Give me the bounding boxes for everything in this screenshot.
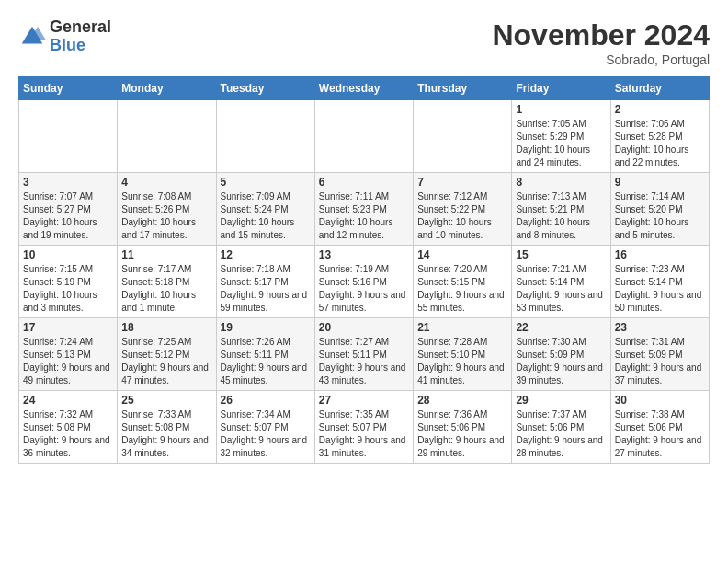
day-number: 8 — [516, 176, 606, 189]
day-number: 12 — [221, 248, 311, 261]
day-number: 9 — [615, 176, 705, 189]
day-info: Sunrise: 7:24 AMSunset: 5:13 PMDaylight:… — [23, 336, 113, 387]
day-number: 28 — [417, 394, 507, 407]
day-number: 19 — [221, 321, 311, 334]
calendar-cell: 10Sunrise: 7:15 AMSunset: 5:19 PMDayligh… — [19, 246, 118, 318]
weekday-header: Friday — [512, 77, 610, 100]
day-number: 3 — [23, 176, 113, 189]
day-number: 2 — [615, 103, 705, 116]
day-info: Sunrise: 7:09 AMSunset: 5:24 PMDaylight:… — [221, 190, 311, 242]
calendar-cell: 8Sunrise: 7:13 AMSunset: 5:21 PMDaylight… — [512, 173, 610, 246]
calendar-week-row: 10Sunrise: 7:15 AMSunset: 5:19 PMDayligh… — [19, 246, 710, 318]
day-number: 18 — [121, 321, 211, 334]
calendar-cell: 5Sunrise: 7:09 AMSunset: 5:24 PMDaylight… — [216, 173, 314, 246]
header: General Blue November 2024 Sobrado, Port… — [18, 18, 710, 67]
day-info: Sunrise: 7:15 AMSunset: 5:19 PMDaylight:… — [23, 263, 113, 315]
day-info: Sunrise: 7:20 AMSunset: 5:15 PMDaylight:… — [417, 263, 507, 315]
calendar-cell: 11Sunrise: 7:17 AMSunset: 5:18 PMDayligh… — [118, 246, 216, 318]
day-number: 15 — [516, 248, 606, 261]
month-title: November 2024 — [492, 18, 710, 52]
day-number: 4 — [121, 176, 211, 189]
logo: General Blue — [18, 18, 111, 55]
calendar-cell: 29Sunrise: 7:37 AMSunset: 5:06 PMDayligh… — [512, 391, 610, 464]
subtitle: Sobrado, Portugal — [492, 52, 710, 67]
calendar-cell: 3Sunrise: 7:07 AMSunset: 5:27 PMDaylight… — [19, 173, 118, 246]
day-number: 29 — [516, 394, 606, 407]
day-info: Sunrise: 7:38 AMSunset: 5:06 PMDaylight:… — [615, 408, 705, 460]
calendar-cell: 16Sunrise: 7:23 AMSunset: 5:14 PMDayligh… — [610, 246, 709, 318]
day-number: 5 — [221, 176, 311, 189]
calendar-cell: 22Sunrise: 7:30 AMSunset: 5:09 PMDayligh… — [512, 318, 610, 391]
day-number: 25 — [121, 394, 211, 407]
calendar-cell: 17Sunrise: 7:24 AMSunset: 5:13 PMDayligh… — [19, 318, 118, 391]
calendar-cell: 27Sunrise: 7:35 AMSunset: 5:07 PMDayligh… — [314, 391, 413, 464]
calendar-cell: 23Sunrise: 7:31 AMSunset: 5:09 PMDayligh… — [610, 318, 709, 391]
day-number: 27 — [319, 394, 409, 407]
calendar-cell: 18Sunrise: 7:25 AMSunset: 5:12 PMDayligh… — [118, 318, 216, 391]
day-info: Sunrise: 7:17 AMSunset: 5:18 PMDaylight:… — [121, 263, 211, 315]
calendar-cell: 25Sunrise: 7:33 AMSunset: 5:08 PMDayligh… — [118, 391, 216, 464]
calendar-cell: 20Sunrise: 7:27 AMSunset: 5:11 PMDayligh… — [314, 318, 413, 391]
calendar-cell — [19, 100, 118, 173]
logo-blue: Blue — [50, 37, 111, 55]
calendar-cell: 12Sunrise: 7:18 AMSunset: 5:17 PMDayligh… — [216, 246, 314, 318]
calendar-cell — [414, 100, 512, 173]
day-number: 20 — [319, 321, 409, 334]
day-number: 23 — [615, 321, 705, 334]
day-info: Sunrise: 7:18 AMSunset: 5:17 PMDaylight:… — [221, 263, 311, 315]
day-number: 6 — [319, 176, 409, 189]
day-info: Sunrise: 7:31 AMSunset: 5:09 PMDaylight:… — [615, 336, 705, 387]
weekday-header: Sunday — [19, 77, 118, 100]
day-number: 14 — [417, 248, 507, 261]
weekday-header: Tuesday — [216, 77, 314, 100]
day-info: Sunrise: 7:30 AMSunset: 5:09 PMDaylight:… — [516, 336, 606, 387]
calendar-week-row: 1Sunrise: 7:05 AMSunset: 5:29 PMDaylight… — [19, 100, 710, 173]
calendar-cell: 19Sunrise: 7:26 AMSunset: 5:11 PMDayligh… — [216, 318, 314, 391]
day-number: 17 — [23, 321, 113, 334]
weekday-header: Saturday — [610, 77, 709, 100]
day-info: Sunrise: 7:34 AMSunset: 5:07 PMDaylight:… — [221, 408, 311, 460]
calendar-cell — [216, 100, 314, 173]
calendar-cell: 6Sunrise: 7:11 AMSunset: 5:23 PMDaylight… — [314, 173, 413, 246]
day-number: 22 — [516, 321, 606, 334]
day-info: Sunrise: 7:06 AMSunset: 5:28 PMDaylight:… — [615, 118, 705, 169]
day-number: 10 — [23, 248, 113, 261]
calendar-cell: 30Sunrise: 7:38 AMSunset: 5:06 PMDayligh… — [610, 391, 709, 464]
weekday-header-row: SundayMondayTuesdayWednesdayThursdayFrid… — [19, 77, 710, 100]
calendar-cell: 15Sunrise: 7:21 AMSunset: 5:14 PMDayligh… — [512, 246, 610, 318]
day-info: Sunrise: 7:23 AMSunset: 5:14 PMDaylight:… — [615, 263, 705, 315]
day-info: Sunrise: 7:32 AMSunset: 5:08 PMDaylight:… — [23, 408, 113, 460]
day-number: 11 — [121, 248, 211, 261]
day-info: Sunrise: 7:11 AMSunset: 5:23 PMDaylight:… — [319, 190, 409, 242]
calendar-cell — [314, 100, 413, 173]
day-number: 13 — [319, 248, 409, 261]
title-area: November 2024 Sobrado, Portugal — [492, 18, 710, 67]
calendar-cell: 28Sunrise: 7:36 AMSunset: 5:06 PMDayligh… — [414, 391, 512, 464]
day-number: 21 — [417, 321, 507, 334]
weekday-header: Thursday — [414, 77, 512, 100]
day-info: Sunrise: 7:13 AMSunset: 5:21 PMDaylight:… — [516, 190, 606, 242]
day-info: Sunrise: 7:14 AMSunset: 5:20 PMDaylight:… — [615, 190, 705, 242]
day-info: Sunrise: 7:05 AMSunset: 5:29 PMDaylight:… — [516, 118, 606, 169]
calendar-cell: 21Sunrise: 7:28 AMSunset: 5:10 PMDayligh… — [414, 318, 512, 391]
calendar-cell: 26Sunrise: 7:34 AMSunset: 5:07 PMDayligh… — [216, 391, 314, 464]
calendar-cell: 9Sunrise: 7:14 AMSunset: 5:20 PMDaylight… — [610, 173, 709, 246]
calendar-cell: 13Sunrise: 7:19 AMSunset: 5:16 PMDayligh… — [314, 246, 413, 318]
day-info: Sunrise: 7:08 AMSunset: 5:26 PMDaylight:… — [121, 190, 211, 242]
day-number: 1 — [516, 103, 606, 116]
logo-text: General Blue — [50, 18, 111, 55]
day-info: Sunrise: 7:19 AMSunset: 5:16 PMDaylight:… — [319, 263, 409, 315]
calendar-week-row: 24Sunrise: 7:32 AMSunset: 5:08 PMDayligh… — [19, 391, 710, 464]
day-info: Sunrise: 7:25 AMSunset: 5:12 PMDaylight:… — [121, 336, 211, 387]
calendar-cell: 4Sunrise: 7:08 AMSunset: 5:26 PMDaylight… — [118, 173, 216, 246]
weekday-header: Wednesday — [314, 77, 413, 100]
calendar-week-row: 17Sunrise: 7:24 AMSunset: 5:13 PMDayligh… — [19, 318, 710, 391]
calendar-cell: 14Sunrise: 7:20 AMSunset: 5:15 PMDayligh… — [414, 246, 512, 318]
day-number: 7 — [417, 176, 507, 189]
day-info: Sunrise: 7:28 AMSunset: 5:10 PMDaylight:… — [417, 336, 507, 387]
day-info: Sunrise: 7:27 AMSunset: 5:11 PMDaylight:… — [319, 336, 409, 387]
logo-general: General — [50, 18, 111, 37]
day-info: Sunrise: 7:21 AMSunset: 5:14 PMDaylight:… — [516, 263, 606, 315]
day-number: 26 — [221, 394, 311, 407]
day-info: Sunrise: 7:33 AMSunset: 5:08 PMDaylight:… — [121, 408, 211, 460]
